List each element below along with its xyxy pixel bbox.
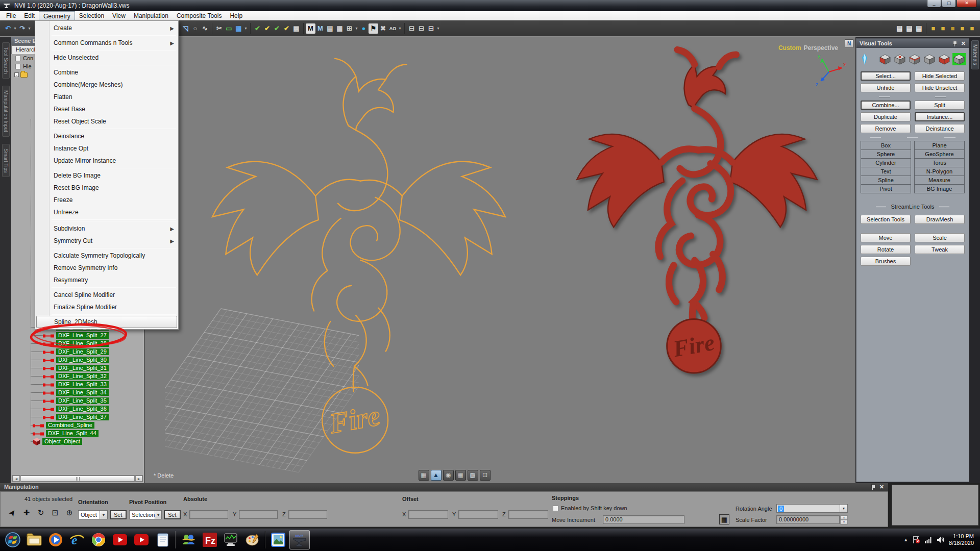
menu-item-symmetry-cut[interactable]: Symmetry Cut▶	[35, 235, 178, 247]
ambient-occlusion-icon[interactable]: AO	[388, 23, 398, 34]
button-drawmesh[interactable]: DrawMesh	[915, 215, 965, 224]
pattern-tool-icon[interactable]: ▩	[291, 23, 301, 34]
measure-tri-d-icon[interactable]: ◹	[181, 23, 190, 34]
menubar-item-geometry[interactable]: Geometry	[39, 11, 75, 20]
taskbar-clock[interactable]: 1:10 PM 8/18/2020	[949, 533, 974, 546]
display-cube-dot-red[interactable]	[893, 53, 906, 65]
tree-item-dxf-line-split-44[interactable]: DXF_Line_Split_44	[11, 429, 144, 437]
blue-dot-icon[interactable]: ●	[359, 23, 369, 34]
tree-item-dxf-line-split-36[interactable]: DXF_Line_Split_36	[11, 405, 144, 413]
cube-slot-2-icon[interactable]: ■	[938, 23, 948, 34]
offset-y-field[interactable]	[458, 510, 498, 519]
menu-item-combine-merge-meshes[interactable]: Combine(Merge Meshes)	[35, 79, 178, 91]
close-panel-icon[interactable]: ✕	[879, 484, 884, 491]
tab-materials[interactable]: Materials	[971, 40, 979, 69]
offset-z-field[interactable]	[508, 510, 548, 519]
pin-icon[interactable]	[870, 484, 875, 490]
primitive-n-polygon[interactable]: N-Polygon	[914, 167, 965, 176]
display-cube-selected[interactable]	[952, 53, 966, 65]
cube-slot-5-icon[interactable]: ■	[967, 23, 977, 34]
orientation-set-button[interactable]: Set	[110, 510, 127, 519]
menubar-item-edit[interactable]: Edit	[20, 11, 39, 20]
maximize-button[interactable]: ▢	[942, 0, 956, 8]
undo-icon[interactable]: ↶	[3, 23, 13, 34]
tree-item-dxf-line-split-31[interactable]: DXF_Line_Split_31	[11, 364, 144, 372]
taskbar-messenger-icon[interactable]	[178, 530, 199, 549]
close-panel-icon[interactable]: ✕	[961, 40, 966, 47]
menu-item-spline-2dmesh[interactable]: Spline_2DMesh	[36, 316, 177, 328]
tree-item-object-object[interactable]: Object_Object	[11, 437, 144, 445]
absolute-y-field[interactable]	[239, 510, 278, 519]
offset-x-field[interactable]	[408, 510, 448, 519]
validate-c-icon[interactable]: ✔	[272, 23, 282, 34]
menu-item-combine[interactable]: Combine	[35, 66, 178, 79]
tree-expander-icon[interactable]: -	[14, 72, 19, 77]
primitive-plane[interactable]: Plane	[914, 141, 965, 150]
table-a-icon[interactable]: ▤	[325, 23, 335, 34]
cube-slot-4-icon[interactable]: ■	[958, 23, 967, 34]
window-layout-icon[interactable]: ⊞	[345, 23, 354, 34]
gem-icon[interactable]	[862, 54, 868, 65]
dragon-mesh-3d[interactable]: Fire	[568, 42, 826, 385]
move-tool[interactable]: ✚	[21, 507, 32, 518]
menu-item-reset-bg-image[interactable]: Reset BG Image	[35, 182, 178, 194]
grid-display-toggle[interactable]: ▦	[455, 470, 466, 481]
taskbar-notepad-icon[interactable]	[153, 530, 173, 549]
button-move[interactable]: Move	[861, 233, 911, 242]
cube-slot-1-icon[interactable]: ■	[928, 23, 938, 34]
menu-item-hide-unselected[interactable]: Hide Unselected	[35, 52, 178, 64]
menu-item-resymmetry[interactable]: Resymmetry	[35, 274, 178, 286]
dropdown-caret-icon[interactable]: ▾	[13, 26, 17, 31]
menu-item-flatten[interactable]: Flatten	[35, 91, 178, 103]
curve-tool-icon[interactable]: ∿	[200, 23, 210, 34]
button-remove[interactable]: Remove	[861, 124, 911, 133]
button-instance[interactable]: Instance...	[915, 112, 965, 121]
menu-item-instance-opt[interactable]: Instance Opt	[35, 142, 178, 155]
menubar-item-file[interactable]: File	[2, 11, 20, 20]
snap-grid-button[interactable]: ▦	[719, 514, 729, 524]
display-cube-left-red[interactable]	[878, 53, 892, 65]
redo-icon[interactable]: ↷	[17, 23, 27, 34]
display-cube-plain[interactable]	[923, 53, 936, 65]
dropdown-caret-icon[interactable]: ▾	[27, 26, 32, 31]
primitive-bg-image[interactable]: BG Image	[914, 184, 965, 193]
dropdown-caret-icon[interactable]: ▾	[354, 26, 359, 31]
scroll-left-button[interactable]: ◄	[13, 475, 20, 482]
axis-gizmo[interactable]: y x z	[811, 53, 847, 89]
mesh-tool-icon[interactable]: ▦	[234, 23, 243, 34]
volume-icon[interactable]	[937, 536, 945, 544]
primitive-sphere[interactable]: Sphere	[861, 149, 911, 159]
tray-expand-icon[interactable]: ▲	[903, 537, 908, 542]
taskbar-nvil-icon[interactable]: NVil	[289, 530, 310, 549]
primitive-geosphere[interactable]: GeoSphere	[914, 149, 965, 159]
taskbar-youtube-2-icon[interactable]	[131, 530, 152, 549]
checkbox-icon[interactable]	[15, 64, 21, 69]
primitive-text[interactable]: Text	[861, 167, 911, 176]
checkbox-icon[interactable]	[553, 506, 558, 511]
rotate-tool[interactable]: ↻	[35, 507, 46, 518]
primitive-measure[interactable]: Measure	[914, 176, 965, 185]
button-split[interactable]: Split	[915, 101, 965, 110]
tree-item-dxf-line-split-27[interactable]: DXF_Line_Split_27	[11, 331, 144, 339]
button-selection-tools[interactable]: Selection Tools	[861, 215, 911, 224]
validate-d-icon[interactable]: ✔	[282, 23, 291, 34]
globe-toggle[interactable]: ◉	[443, 470, 454, 481]
dropdown-caret-icon[interactable]: ▾	[436, 26, 440, 31]
button-duplicate[interactable]: Duplicate	[861, 112, 911, 121]
view-page-2-icon[interactable]: ▤	[904, 23, 914, 34]
panel-layout-a-icon[interactable]: ⊟	[407, 23, 416, 34]
view-page-1-icon[interactable]: ▤	[895, 23, 904, 34]
primitive-cylinder[interactable]: Cylinder	[861, 158, 911, 167]
grid-plane-toggle[interactable]: ▩	[468, 470, 478, 481]
primitive-spline[interactable]: Spline	[861, 176, 911, 185]
viewport-nav-box[interactable]: N	[845, 39, 853, 48]
circle-tool-icon[interactable]: ○	[190, 23, 200, 34]
tree-item-combined-spline[interactable]: Combined_Spline	[11, 421, 144, 429]
validate-a-icon[interactable]: ✔	[253, 23, 262, 34]
dropdown-caret-icon[interactable]: ▾	[243, 26, 248, 31]
taskbar-photo-viewer-icon[interactable]	[268, 530, 288, 549]
tree-item-dxf-line-split-28[interactable]: DXF_Line_Split_28	[11, 339, 144, 347]
button-hide-selected[interactable]: Hide Selected	[915, 71, 965, 81]
taskbar-resource-monitor-icon[interactable]	[221, 530, 241, 549]
material-dark-icon[interactable]: M	[306, 23, 315, 34]
